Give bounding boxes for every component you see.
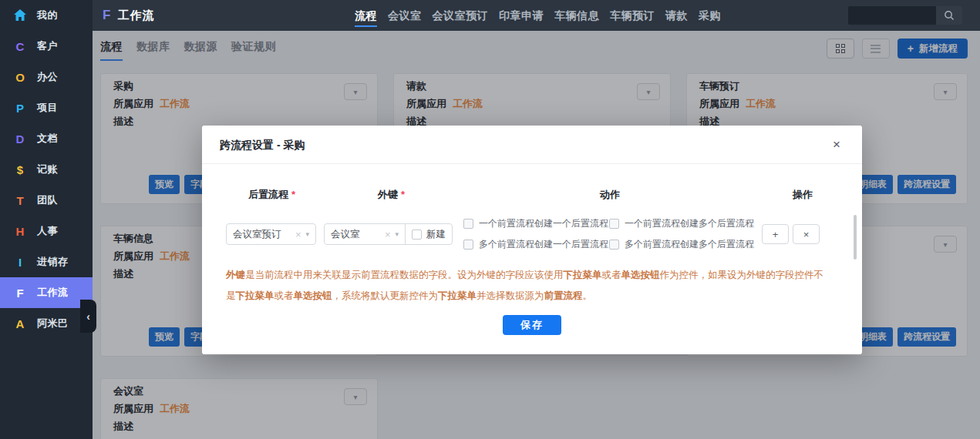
sidebar-item-label: 阿米巴 — [37, 317, 69, 330]
sidebar-item-wode[interactable]: 我的 — [0, 0, 93, 31]
modal-title: 跨流程设置 - 采购 — [220, 139, 305, 152]
sidebar-item-label: 项目 — [37, 101, 58, 115]
modal-scrollbar[interactable] — [854, 215, 857, 260]
top-navbar: F 工作流 流程 会议室 会议室预订 印章申请 车辆信息 车辆预订 请款 采购 — [93, 0, 980, 31]
workflow-icon: F — [12, 287, 29, 299]
action-option: 多个前置流程创建多个后置流程 — [609, 239, 754, 250]
sidebar-item-renshi[interactable]: H 人事 — [0, 216, 93, 246]
search-input[interactable] — [848, 6, 936, 25]
nav-item-liucheng[interactable]: 流程 — [355, 0, 377, 31]
app-title: 工作流 — [117, 8, 154, 23]
clear-icon[interactable]: × — [385, 229, 391, 240]
sidebar-item-label: 文档 — [37, 132, 58, 146]
column-header-action: 动作 — [600, 188, 620, 202]
search-icon — [944, 10, 955, 21]
action-option: 多个前置流程创建一个后置流程 — [463, 239, 609, 250]
sidebar-item-bangong[interactable]: O 办公 — [0, 62, 93, 92]
sidebar-item-jizhang[interactable]: $ 记账 — [0, 154, 93, 185]
search-button[interactable] — [936, 6, 962, 25]
cross-process-settings-modal: 跨流程设置 - 采购 × 后置流程* 外键* 动作 操作 会议室预订 × ▾ 会… — [202, 126, 862, 354]
new-option: 新建 — [405, 224, 452, 244]
sidebar-item-label: 我的 — [37, 8, 58, 22]
inventory-icon: I — [12, 256, 29, 268]
action-checkbox-1[interactable] — [463, 219, 473, 229]
project-icon: P — [12, 102, 29, 114]
search-box — [848, 6, 962, 25]
sidebar-item-kehu[interactable]: C 客户 — [0, 31, 93, 62]
nav-item-huiyishi-yuding[interactable]: 会议室预订 — [433, 0, 489, 31]
home-icon — [12, 9, 29, 22]
document-icon: D — [12, 133, 29, 145]
foreign-key-group: 会议室 × ▾ 新建 — [324, 223, 453, 245]
office-icon: O — [12, 72, 29, 83]
sidebar-item-label: 记账 — [37, 163, 58, 176]
add-row-button[interactable]: + — [762, 224, 789, 244]
nav-item-cheliang-yuding[interactable]: 车辆预订 — [610, 0, 655, 31]
column-header-operation: 操作 — [793, 188, 813, 202]
sidebar-item-label: 办公 — [37, 70, 58, 84]
action-label: 多个前置流程创建一个后置流程 — [479, 238, 608, 251]
action-checkbox-2[interactable] — [609, 219, 619, 229]
nav-item-qingkuan[interactable]: 请款 — [665, 0, 688, 31]
action-checkbox-3[interactable] — [463, 240, 473, 250]
chevron-down-icon: ▾ — [395, 230, 399, 238]
hr-icon: H — [12, 226, 29, 237]
app-screen: F 工作流 流程 会议室 会议室预订 印章申请 车辆信息 车辆预订 请款 采购 … — [0, 0, 980, 439]
sidebar-item-label: 人事 — [37, 224, 58, 238]
foreign-key-value: 会议室 — [331, 228, 385, 241]
sidebar-item-tuandui[interactable]: T 团队 — [0, 185, 93, 216]
row-operations: + × — [762, 224, 820, 244]
action-label: 多个前置流程创建多个后置流程 — [625, 238, 754, 251]
post-process-select[interactable]: 会议室预订 × ▾ — [226, 223, 316, 245]
sidebar-collapse-button[interactable]: ‹ — [80, 300, 96, 333]
clear-icon[interactable]: × — [295, 229, 301, 240]
action-label: 一个前置流程创建一个后置流程 — [479, 217, 608, 230]
required-asterisk: * — [401, 189, 405, 200]
save-button[interactable]: 保存 — [503, 315, 561, 335]
chevron-down-icon: ▾ — [305, 230, 309, 238]
chevron-left-icon: ‹ — [86, 310, 90, 323]
modal-header: 跨流程设置 - 采购 × — [202, 126, 862, 164]
nav-item-cheliang-xinxi[interactable]: 车辆信息 — [554, 0, 599, 31]
sidebar-item-gongzuoliu[interactable]: F 工作流 — [0, 277, 93, 308]
sidebar-item-label: 进销存 — [37, 255, 69, 269]
sidebar: 我的 C 客户 O 办公 P 项目 D 文档 $ 记账 T 团队 H 人事 — [0, 0, 93, 439]
action-option: 一个前置流程创建一个后置流程 — [463, 218, 609, 229]
foreign-key-select[interactable]: 会议室 × ▾ — [325, 224, 405, 244]
app-logo-icon: F — [103, 8, 110, 23]
sidebar-item-wendang[interactable]: D 文档 — [0, 123, 93, 154]
sidebar-item-label: 工作流 — [37, 286, 69, 300]
action-label: 一个前置流程创建多个后置流程 — [625, 217, 754, 230]
ledger-icon: $ — [12, 164, 29, 176]
post-process-value: 会议室预订 — [233, 228, 295, 241]
nav-item-caigou[interactable]: 采购 — [699, 0, 721, 31]
column-header-foreign-key: 外键* — [378, 188, 405, 202]
nav-item-huiyishi[interactable]: 会议室 — [388, 0, 422, 31]
amoeba-icon: A — [12, 318, 29, 330]
main-content: 流程 数据库 数据源 验证规则 + 新增流程 采购 所属应用工作流 描述 ▾ 预… — [93, 31, 980, 439]
app-logo: F 工作流 — [103, 0, 154, 31]
sidebar-item-label: 团队 — [37, 193, 58, 207]
sidebar-item-xiangmu[interactable]: P 项目 — [0, 92, 93, 123]
nav-item-yinzhang-shenqing[interactable]: 印章申请 — [499, 0, 544, 31]
foreign-key-notice: 外键是当前流程中用来关联显示前置流程数据的字段。设为外键的字段应该使用下拉菜单或… — [226, 265, 832, 307]
remove-row-button[interactable]: × — [793, 224, 820, 244]
customer-icon: C — [12, 41, 29, 52]
close-icon[interactable]: × — [833, 136, 840, 154]
action-checkbox-4[interactable] — [609, 240, 619, 250]
team-icon: T — [12, 195, 29, 206]
column-header-post-process: 后置流程* — [248, 188, 295, 202]
action-options: 一个前置流程创建一个后置流程 一个前置流程创建多个后置流程 多个前置流程创建一个… — [463, 218, 754, 250]
new-checkbox-label: 新建 — [426, 228, 446, 241]
sidebar-item-jinxiaocun[interactable]: I 进销存 — [0, 246, 93, 277]
sidebar-item-amiba[interactable]: A 阿米巴 — [0, 308, 93, 339]
required-asterisk: * — [291, 189, 295, 200]
action-option: 一个前置流程创建多个后置流程 — [609, 218, 754, 229]
sidebar-item-label: 客户 — [37, 39, 58, 53]
top-nav-menu: 流程 会议室 会议室预订 印章申请 车辆信息 车辆预订 请款 采购 — [355, 0, 721, 31]
new-checkbox[interactable] — [412, 230, 422, 240]
